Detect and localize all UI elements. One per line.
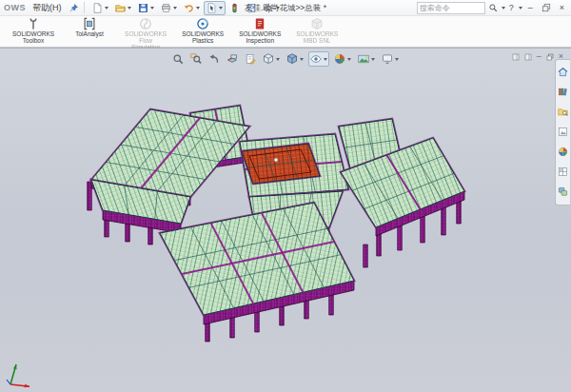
search-dropdown-caret-icon[interactable] [502,7,505,10]
doc-minimize-button[interactable]: – [537,52,541,61]
origin-triad [4,360,36,388]
select-icon [207,3,217,13]
print-icon [161,3,171,13]
dropdown-caret-icon [276,58,280,61]
taskpane-custom-properties[interactable] [558,164,568,181]
taskpane-file-explorer[interactable] [558,104,568,121]
section-view-icon [226,53,238,65]
restore-icon [546,53,554,61]
search-input[interactable] [420,3,482,12]
dropdown-caret-icon [395,58,399,61]
apply-scene-icon [358,53,369,65]
3d-model-formwork-assembly[interactable] [0,49,571,392]
task-pane-tabs [555,59,570,206]
dropdown-caret-icon [300,58,304,61]
previous-view-button[interactable] [207,51,222,67]
print-button[interactable] [158,1,180,15]
addin-label-line: SOLIDWORKS [182,30,224,37]
pane-icon [524,53,532,61]
forum-icon [558,186,568,197]
undo-icon [184,3,194,13]
addin-tolanalyst[interactable]: TolAnalyst [63,17,116,37]
file-explorer-icon [558,107,568,117]
apply-scene-button[interactable] [356,51,377,67]
dropdown-caret-icon [105,7,108,10]
addin-label-line: SOLIDWORKS [296,30,338,37]
taskpane-forum[interactable] [558,184,568,201]
headsup-view-toolbar [170,51,401,67]
addins-toolbar: SOLIDWORKSToolboxTolAnalystSOLIDWORKSFlo… [0,16,571,48]
undo-button[interactable] [181,1,203,15]
logo-fragment: OWS [4,3,26,12]
taskpane-appearances[interactable] [558,144,568,161]
appearances-icon [558,147,568,157]
zoom-fit-icon [172,53,184,65]
previous-view-icon [208,53,220,65]
toolbox-addin-icon [27,17,40,30]
addin-mbd-snl: SOLIDWORKSMBD SNL [289,17,345,44]
taskpane-design-library[interactable] [558,84,568,101]
custom-properties-icon [558,167,568,177]
search-icon[interactable] [488,3,498,12]
view-orientation-button[interactable] [261,51,282,67]
section-view-button[interactable] [225,51,240,67]
annotations-button[interactable] [243,51,258,67]
addin-label-line: Flow [139,37,152,44]
addin-label-line: SOLIDWORKS [239,30,281,37]
display-style-icon [286,53,298,65]
view-settings-button[interactable] [380,51,401,67]
taskpane-resources[interactable] [558,64,568,81]
dropdown-caret-icon [371,58,375,61]
restore-button[interactable] [539,3,554,12]
dropdown-caret-icon [150,7,154,10]
open-icon [115,3,126,13]
help-dropdown-caret-icon[interactable] [519,7,522,10]
pane-icon [512,53,520,61]
hide-show-icon [310,53,322,65]
graphics-viewport[interactable]: –× [0,48,571,392]
edit-appearance-button[interactable] [332,51,353,67]
document-title: 友佳.欧尚花城>>总装 * [245,3,326,14]
save-icon [138,3,148,13]
help-button[interactable]: ? [508,3,515,12]
doc-pane-left-button[interactable] [512,53,520,61]
menubar-right-group: ? – × [417,2,567,14]
dropdown-caret-icon [219,7,223,10]
addin-label-line: SOLIDWORKS [125,30,167,37]
display-style-button[interactable] [285,51,305,67]
new-icon [92,3,103,13]
design-library-icon [558,87,568,97]
addin-label-line: Toolbox [23,37,44,44]
rebuild-button[interactable] [226,1,243,15]
flow-addin-icon [139,17,152,30]
addin-label-line: Inspection [246,37,274,44]
dropdown-caret-icon [324,58,327,61]
minimize-button[interactable]: – [525,2,536,14]
save-button[interactable] [135,1,157,15]
addin-inspection[interactable]: SOLIDWORKSInspection [232,17,287,44]
zoom-to-fit-button[interactable] [170,51,186,67]
search-box [417,2,485,14]
new-button[interactable] [89,1,111,15]
menu-help[interactable]: 帮助(H) [29,2,66,14]
doc-pane-right-button[interactable] [524,53,532,61]
tolanalyst-addin-icon [83,17,96,30]
hide-show-items-button[interactable] [308,51,329,67]
inspection-addin-icon [253,17,266,30]
open-button[interactable] [112,1,134,15]
close-button[interactable]: × [557,2,567,14]
dropdown-caret-icon [196,7,200,10]
taskpane-view-palette[interactable] [558,124,568,141]
select-button[interactable] [204,1,226,15]
addin-flow-simulation: SOLIDWORKSFlowSimulation [118,17,173,50]
doc-restore-button[interactable] [546,53,554,61]
zoom-to-area-button[interactable] [188,51,204,67]
menu-bar: OWS 帮助(H) 友佳.欧尚花城>>总装 * ? – × [0,0,571,16]
addin-solidworks-toolbox[interactable]: SOLIDWORKSToolbox [6,17,61,44]
addin-label-line: MBD SNL [304,37,331,44]
dropdown-caret-icon [128,7,131,10]
addin-plastics[interactable]: SOLIDWORKSPlastics [175,17,230,44]
pushpin-icon[interactable] [69,3,79,13]
addin-label-line: Plastics [192,37,213,44]
view-palette-icon [558,127,568,137]
